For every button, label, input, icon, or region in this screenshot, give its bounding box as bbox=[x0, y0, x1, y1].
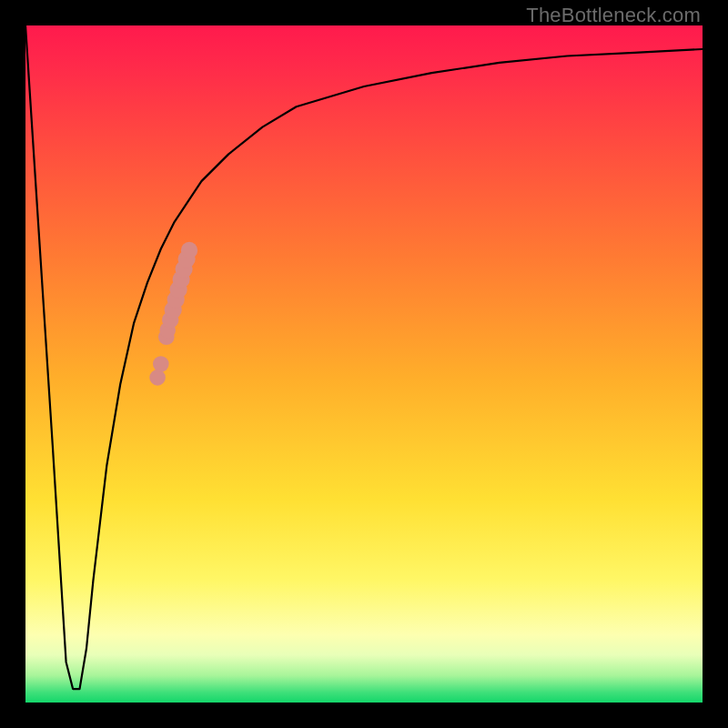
chart-frame: TheBottleneck.com bbox=[0, 0, 728, 728]
bottleneck-curve bbox=[25, 25, 703, 689]
marker-dot bbox=[153, 356, 169, 372]
marker-dot bbox=[181, 242, 197, 258]
curve-svg bbox=[25, 25, 703, 703]
plot-area bbox=[25, 25, 703, 703]
highlight-markers bbox=[149, 242, 197, 386]
marker-dot bbox=[149, 369, 166, 386]
watermark-text: TheBottleneck.com bbox=[526, 4, 701, 27]
